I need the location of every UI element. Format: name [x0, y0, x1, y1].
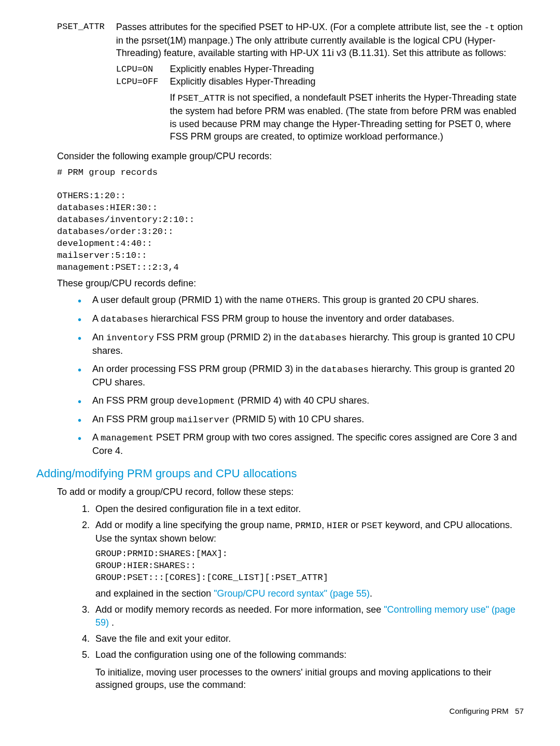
b1-mono: OTHERS	[286, 296, 317, 306]
list-item: A management PSET PRM group with two cor…	[78, 431, 524, 458]
step-1-text: Open the desired configuration file in a…	[95, 504, 301, 514]
list-item: An FSS PRM group development (PRMID 4) w…	[78, 394, 524, 408]
b7b: PSET PRM group with two cores assigned. …	[92, 432, 517, 456]
b5b: (PRMID 4) with 40 CPU shares.	[235, 395, 369, 406]
step-2-m3: PSET	[361, 521, 383, 531]
step-3b: .	[109, 617, 114, 628]
link-group-cpu-syntax[interactable]: "Group/CPU record syntax" (page 55)	[214, 588, 370, 599]
step-2a: Add or modify a line specifying the grou…	[95, 520, 295, 530]
b2b: hierarchical FSS PRM group to house the …	[148, 313, 454, 324]
code-block-syntax: GROUP:PRMID:SHARES:[MAX]: GROUP:HIER:SHA…	[95, 548, 524, 584]
lcpu-off-body2a: If	[170, 92, 177, 103]
b7a: A	[92, 432, 101, 443]
blank-term	[116, 88, 170, 143]
b6b: (PRMID 5) with 10 CPU shares.	[230, 414, 364, 424]
step-3a: Add or modify memory records as needed. …	[95, 604, 384, 615]
para-these-define: These group/CPU records define:	[57, 277, 524, 289]
step-2-m1: PRMID	[295, 521, 321, 531]
para-add: To add or modify a group/CPU record, fol…	[57, 486, 524, 498]
b3a: An	[92, 332, 106, 342]
step-2b: ,	[321, 520, 327, 530]
step-2c: or	[348, 520, 361, 530]
steps-list: Open the desired configuration file in a…	[57, 503, 524, 692]
step-4: Save the file and exit your editor.	[92, 632, 524, 645]
b6-mono: mailserver	[177, 415, 230, 425]
b3-mono1: inventory	[106, 333, 154, 343]
lcpu-off-body: Explicitly disables Hyper-Threading	[170, 75, 524, 88]
list-item: An FSS PRM group mailserver (PRMID 5) wi…	[78, 413, 524, 426]
b3-mono2: databases	[299, 333, 347, 343]
lcpu-off-term: LCPU=OFF	[116, 75, 170, 88]
section-heading: Adding/modifying PRM groups and CPU allo…	[36, 467, 524, 480]
code-block-records: # PRM group records OTHERS:1:20:: databa…	[57, 167, 524, 274]
lcpu-off-body2-mono: PSET_ATTR	[177, 93, 225, 103]
step-5-text: Load the configuration using one of the …	[95, 650, 346, 660]
b2-mono: databases	[101, 314, 148, 324]
b4-mono: databases	[321, 365, 369, 375]
bullet-list: A user default group (PRMID 1) with the …	[57, 294, 524, 458]
step-2-expl-b: .	[370, 588, 372, 599]
step-2-m2: HIER	[327, 521, 348, 531]
list-item: A databases hierarchical FSS PRM group t…	[78, 312, 524, 326]
step-2-expl-a: and explained in the section	[95, 588, 214, 599]
def-body-mono: -t	[484, 23, 495, 33]
step-5: Load the configuration using one of the …	[92, 648, 524, 691]
lcpu-on-term: LCPU=ON	[116, 63, 170, 76]
step-5-para: To initialize, moving user processes to …	[95, 666, 524, 692]
step-4-text: Save the file and exit your editor.	[95, 633, 231, 644]
b1a: A user default group (PRMID 1) with the …	[92, 295, 286, 305]
pset-attr-definition: PSET_ATTR Passes attributes for the spec…	[57, 21, 524, 143]
b5a: An FSS PRM group	[92, 395, 177, 406]
b6a: An FSS PRM group	[92, 414, 177, 424]
step-1: Open the desired configuration file in a…	[92, 503, 524, 516]
list-item: An order processing FSS PRM group (PRMID…	[78, 363, 524, 389]
list-item: An inventory FSS PRM group (PRMID 2) in …	[78, 331, 524, 357]
step-2: Add or modify a line specifying the grou…	[92, 519, 524, 600]
list-item: A user default group (PRMID 1) with the …	[78, 294, 524, 307]
b3b: FSS PRM group (PRMID 2) in the	[154, 332, 299, 342]
b7-mono: management	[101, 433, 153, 443]
page-footer: Configuring PRM 57	[36, 707, 524, 715]
def-body: Passes attributes for the specified PSET…	[116, 21, 524, 143]
b4a: An order processing FSS PRM group (PRMID…	[92, 364, 321, 374]
step-3: Add or modify memory records as needed. …	[92, 603, 524, 629]
b5-mono: development	[177, 396, 235, 406]
footer-page-number: 57	[515, 707, 524, 715]
lcpu-off-body2: If PSET_ATTR is not specified, a nondefa…	[170, 88, 524, 143]
def-term: PSET_ATTR	[57, 21, 116, 143]
footer-section: Configuring PRM	[450, 707, 509, 715]
def-body-text-1a: Passes attributes for the specified PSET…	[116, 22, 484, 32]
b2a: A	[92, 313, 101, 324]
b1b: . This group is granted 20 CPU shares.	[317, 295, 479, 305]
lcpu-on-body: Explicitly enables Hyper-Threading	[170, 63, 524, 76]
para-consider: Consider the following example group/CPU…	[57, 150, 524, 162]
